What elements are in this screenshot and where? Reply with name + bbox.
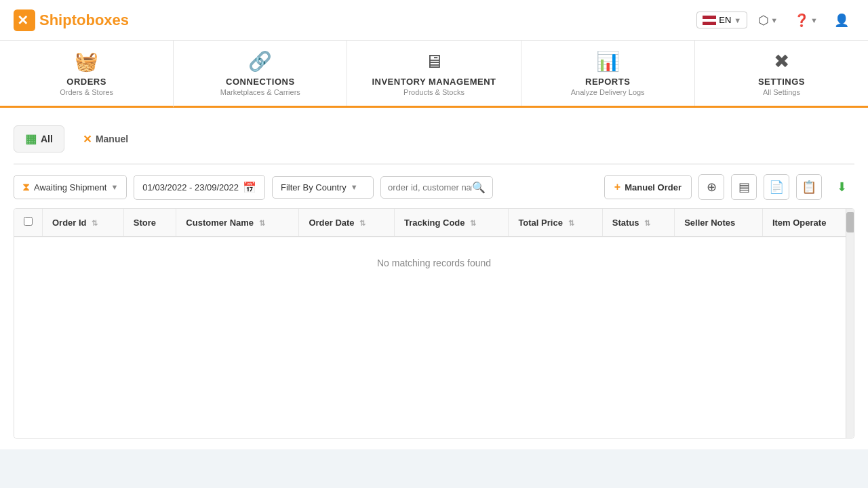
help-chevron-icon: ▼ <box>810 16 818 24</box>
col-status: Status ⇅ <box>602 209 674 237</box>
no-records-row: No matching records found <box>14 237 854 289</box>
col-order-id: Order Id ⇅ <box>43 209 124 237</box>
search-box[interactable]: 🔍 <box>380 176 493 199</box>
grid-icon: ▦ <box>25 131 37 146</box>
select-all-checkbox[interactable] <box>24 217 33 226</box>
col-item-operate: Item Operate <box>762 209 854 237</box>
tab-all[interactable]: ▦ All <box>14 125 64 152</box>
apps-button[interactable]: ⬡ ▼ <box>753 10 783 30</box>
search-input[interactable] <box>388 182 472 192</box>
connections-sub: Marketplaces & Carriers <box>220 88 300 96</box>
nav-item-settings[interactable]: ✖ SETTINGS All Settings <box>695 41 868 106</box>
status-chevron-icon: ▼ <box>111 183 118 191</box>
select-all-checkbox-cell[interactable] <box>14 209 43 237</box>
settings-icon: ✖ <box>774 50 789 73</box>
col-seller-notes-label: Seller Notes <box>684 218 735 228</box>
user-icon: 👤 <box>834 13 849 28</box>
nav-item-inventory[interactable]: 🖥 INVENTORY MANAGEMENT Products & Stocks <box>347 41 521 106</box>
logo-icon: ✕ <box>14 9 35 31</box>
svg-text:✕: ✕ <box>17 13 28 28</box>
vertical-scrollbar[interactable] <box>846 209 854 438</box>
col-order-id-sort-icon[interactable]: ⇅ <box>92 219 98 227</box>
orders-table-wrapper: Order Id ⇅ Store Customer Name ⇅ Order D… <box>14 208 854 439</box>
manuel-order-button[interactable]: + Manuel Order <box>604 175 692 199</box>
list-icon-button[interactable]: 📋 <box>796 174 822 200</box>
reports-title: REPORTS <box>585 77 630 87</box>
col-customer-name-label: Customer Name <box>186 218 254 228</box>
scrollbar-thumb[interactable] <box>846 212 854 232</box>
date-range-picker[interactable]: 01/03/2022 - 23/09/2022 📅 <box>134 175 265 200</box>
inventory-icon: 🖥 <box>425 50 443 73</box>
inventory-sub: Products & Stocks <box>403 88 465 96</box>
logo-text: Shiptoboxes <box>39 12 129 29</box>
list-icon: 📋 <box>802 180 816 195</box>
settings-sub: All Settings <box>763 88 800 96</box>
download-icon-button[interactable]: ⬇ <box>829 174 854 200</box>
col-item-operate-label: Item Operate <box>772 218 826 228</box>
toolbar: ⧗ Awaiting Shipment ▼ 01/03/2022 - 23/09… <box>14 165 854 208</box>
user-profile-button[interactable]: 👤 <box>829 10 854 30</box>
status-label: Awaiting Shipment <box>34 182 106 192</box>
empty-area <box>14 289 854 438</box>
col-total-price: Total Price ⇅ <box>509 209 602 237</box>
search-icon[interactable]: 🔍 <box>472 181 486 194</box>
store-tabs: ▦ All ✕ Manuel <box>14 119 854 165</box>
logo-plain: toboxes <box>72 12 129 28</box>
orders-table: Order Id ⇅ Store Customer Name ⇅ Order D… <box>14 209 854 289</box>
document-icon: 📄 <box>769 180 784 195</box>
country-filter-label: Filter By Country <box>281 182 347 192</box>
logo[interactable]: ✕ Shiptoboxes <box>14 9 129 31</box>
header-controls: EN ▼ ⬡ ▼ ❓ ▼ 👤 <box>696 10 854 30</box>
reports-sub: Analyze Delivery Logs <box>571 88 645 96</box>
tab-manuel[interactable]: ✕ Manuel <box>71 127 140 152</box>
col-store: Store <box>123 209 176 237</box>
col-status-label: Status <box>612 218 639 228</box>
col-status-sort-icon[interactable]: ⇅ <box>644 219 650 227</box>
connections-title: CONNECTIONS <box>226 77 295 87</box>
lang-chevron-icon: ▼ <box>734 16 741 24</box>
col-tracking-code-label: Tracking Code <box>404 218 465 228</box>
apps-icon: ⬡ <box>758 13 769 28</box>
col-tracking-code: Tracking Code ⇅ <box>394 209 508 237</box>
language-selector[interactable]: EN ▼ <box>696 12 747 28</box>
nav-item-connections[interactable]: 🔗 CONNECTIONS Marketplaces & Carriers <box>174 41 347 106</box>
plus-icon: + <box>614 181 620 193</box>
main-content: ▦ All ✕ Manuel ⧗ Awaiting Shipment ▼ 01/… <box>0 108 868 449</box>
reports-icon: 📊 <box>596 50 620 73</box>
barcode-icon-button[interactable]: ▤ <box>731 174 757 200</box>
col-tracking-sort-icon[interactable]: ⇅ <box>470 219 476 227</box>
col-seller-notes: Seller Notes <box>675 209 763 237</box>
manuel-order-label: Manuel Order <box>625 182 682 192</box>
orders-icon: 🧺 <box>75 50 98 73</box>
help-icon: ❓ <box>794 13 809 28</box>
col-store-label: Store <box>134 218 156 228</box>
nav-item-reports[interactable]: 📊 REPORTS Analyze Delivery Logs <box>521 41 695 106</box>
col-order-date: Order Date ⇅ <box>299 209 395 237</box>
col-customer-sort-icon[interactable]: ⇅ <box>259 219 265 227</box>
settings-title: SETTINGS <box>758 77 805 87</box>
main-navigation: 🧺 ORDERS Orders & Stores 🔗 CONNECTIONS M… <box>0 41 868 108</box>
inventory-title: INVENTORY MANAGEMENT <box>372 77 496 87</box>
date-range-value: 01/03/2022 - 23/09/2022 <box>142 182 239 192</box>
move-icon-button[interactable]: ⊕ <box>698 174 724 200</box>
col-order-date-sort-icon[interactable]: ⇅ <box>359 219 366 227</box>
download-icon: ⬇ <box>837 180 847 195</box>
col-order-date-label: Order Date <box>309 218 354 228</box>
table-header-row: Order Id ⇅ Store Customer Name ⇅ Order D… <box>14 209 854 237</box>
nav-item-orders[interactable]: 🧺 ORDERS Orders & Stores <box>0 41 174 108</box>
lang-label: EN <box>719 15 731 25</box>
tab-manuel-label: Manuel <box>96 134 128 144</box>
country-filter-dropdown[interactable]: Filter By Country ▼ <box>272 176 374 199</box>
header: ✕ Shiptoboxes EN ▼ ⬡ ▼ ❓ ▼ 👤 <box>0 0 868 41</box>
document-icon-button[interactable]: 📄 <box>764 174 789 200</box>
orders-sub: Orders & Stores <box>60 88 113 96</box>
move-icon: ⊕ <box>707 180 717 195</box>
col-total-price-sort-icon[interactable]: ⇅ <box>568 219 574 227</box>
connections-icon: 🔗 <box>248 50 272 73</box>
apps-chevron-icon: ▼ <box>770 16 778 24</box>
orders-title: ORDERS <box>66 77 106 87</box>
no-records-message: No matching records found <box>14 237 854 289</box>
tab-all-label: All <box>41 134 53 144</box>
status-dropdown[interactable]: ⧗ Awaiting Shipment ▼ <box>14 175 127 199</box>
help-button[interactable]: ❓ ▼ <box>789 10 823 30</box>
